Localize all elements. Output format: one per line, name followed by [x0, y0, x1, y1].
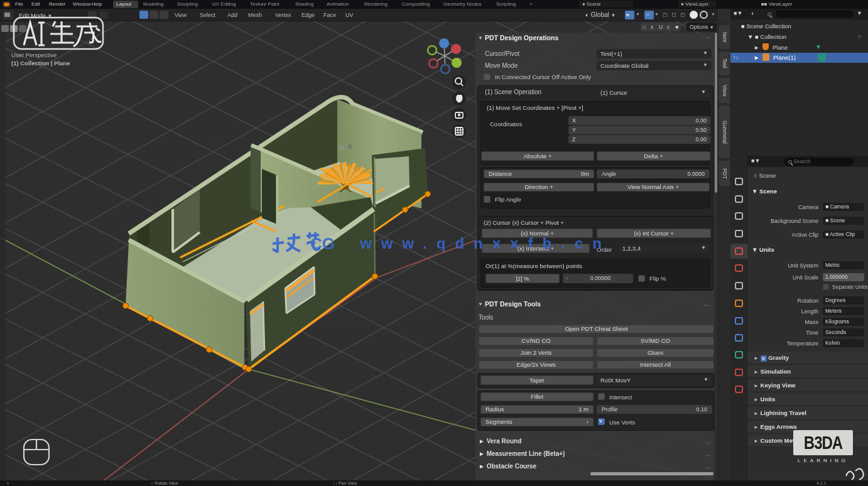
svg-text:www.qdnxxfb.cn: www.qdnxxfb.cn — [359, 235, 611, 252]
svg-text:CG: CG — [310, 234, 335, 253]
